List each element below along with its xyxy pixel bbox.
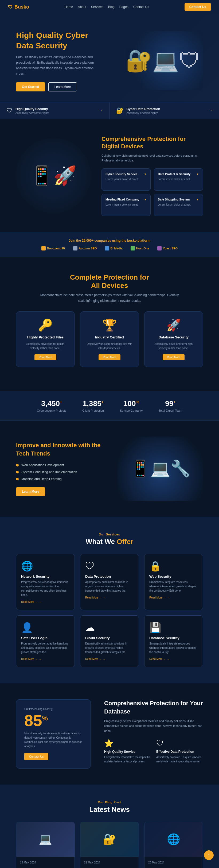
offer-label: Our Services <box>16 533 203 536</box>
hero-description: Enthusiastically maximize cutting-edge e… <box>16 55 102 76</box>
card-certified-title: Industry Certified <box>86 335 133 339</box>
offer-login-title: Safe User Login <box>21 636 70 640</box>
news-label: Our Blog Post <box>16 801 203 804</box>
offer-login-read-more[interactable]: Read More → <box>21 658 70 660</box>
tech-list: Web Application Development System Consu… <box>16 463 107 481</box>
offer-db-title: Database Security <box>149 636 198 640</box>
nav-about[interactable]: About <box>78 5 86 9</box>
nav-blog[interactable]: Blog <box>108 5 115 9</box>
nav-home[interactable]: Home <box>64 5 73 9</box>
offer-network-read-more[interactable]: Read More → <box>21 600 70 603</box>
offer-login-desc: Progressively deliver adaptive iteration… <box>21 642 70 654</box>
shield-icon: 🛡 <box>6 107 12 114</box>
db-percent: 85% <box>24 713 82 729</box>
digital-section: 📱🚀 Comprehensive Protection for Digital … <box>0 119 219 232</box>
scroll-top-button[interactable]: ↑ <box>204 850 214 860</box>
stat-client-value: 1,385+ <box>82 399 104 408</box>
trophy-icon: 🏆 <box>86 318 133 332</box>
digital-image: 📱🚀 <box>16 138 91 213</box>
stat-service: 100% Service Guaranty <box>120 399 143 412</box>
hero-image: 🔐💻🛡 <box>123 31 203 90</box>
tech-item-2: System Consulting and Implementation <box>16 470 107 474</box>
lock-icon: 🔒 <box>149 561 198 572</box>
nav-links: Home About Services Blog Pages Contact U… <box>64 5 149 9</box>
logo-icon: 🛡 <box>8 4 13 10</box>
service-data-desc: Lorem ipsum dolor sit amet. <box>158 177 199 181</box>
card-certified-read-more[interactable]: Read More <box>99 354 120 360</box>
offer-web-security: 🔒 Web Security Dramatically integrate re… <box>144 554 203 610</box>
db-description: Monotonectally iterate exceptional inter… <box>24 732 82 748</box>
chevron-down-icon: ▼ <box>144 173 147 176</box>
feature-arrow-icon: → <box>99 108 103 113</box>
db-main-desc: Progressively deliver exceptional facili… <box>104 719 203 734</box>
card-db-security: 🚀 Database Security Seamlessly drive lon… <box>144 311 203 367</box>
db-left-panel: Cut Processing Cost By 85% Monotonectall… <box>16 699 91 769</box>
shield-icon: 🛡 <box>85 561 134 572</box>
nav-contact[interactable]: Contact Us <box>133 5 149 9</box>
news-card-2: 🔐 21 May, 2024 Cyber Criminals Publish S… <box>80 822 139 868</box>
feature-cyber-data: 🔐 Cyber Data Protection Assertively envi… <box>110 102 219 119</box>
service-data-protect: Data Protect & Security▼ Lorem ipsum dol… <box>154 168 203 191</box>
db-quality-desc: Energistically recapitalize the impactfu… <box>104 755 151 764</box>
nav-pages[interactable]: Pages <box>119 5 129 9</box>
stat-team-label: Total Expert Team <box>159 409 182 412</box>
news-img-1: 💻 <box>16 822 74 857</box>
db-protection-desc: Assertively calibrate 3.0 quite vis-a-vi… <box>156 755 203 764</box>
complete-description: Monotonectally incubate cross-media part… <box>40 292 179 303</box>
clients-text: Join the 25,000+ companies using the bus… <box>16 239 203 243</box>
news-date-3: 28 May, 2024 <box>148 861 199 865</box>
card-certified-desc: Objectively unleash functional key with … <box>86 342 133 350</box>
offer-db-desc: Synergistically integrate resources wher… <box>149 642 198 654</box>
client-logos: Bootcamp Pt Autumn SEO BI Media Host One… <box>16 246 203 250</box>
hero-get-started-button[interactable]: Get Started <box>16 82 45 91</box>
client-bootcamp: Bootcamp Pt <box>41 246 65 250</box>
card-files-read-more[interactable]: Read More <box>34 354 56 360</box>
db-right-content: Comprehensive Protection for Your Databa… <box>104 699 203 764</box>
database-section: Cut Processing Cost By 85% Monotonectall… <box>0 683 219 784</box>
offer-grid: 🌐 Network Security Progressively deliver… <box>16 554 203 667</box>
complete-title: Complete Protection for All Devices <box>16 273 203 290</box>
tech-section: Improve and Innovate with the Tech Trend… <box>0 421 219 517</box>
offer-cloud-read-more[interactable]: Read More → <box>85 658 134 660</box>
hero-learn-more-button[interactable]: Learn More <box>48 82 77 91</box>
stat-projects-label: Cybersecurity Projects <box>37 409 66 412</box>
logo[interactable]: 🛡 Busko <box>8 4 29 10</box>
offer-data-read-more[interactable]: Read More → <box>85 596 134 599</box>
stat-client: 1,385+ Client Protection <box>82 399 104 412</box>
news-body-2: 21 May, 2024 Cyber Criminals Publish Sto… <box>80 857 139 868</box>
client-yoast: Yoast SEO <box>157 246 178 250</box>
offer-db-read-more[interactable]: Read More → <box>149 658 198 660</box>
service-meeting-desc: Lorem ipsum dolor sit amet. <box>106 203 147 207</box>
news-img-3: 🌐 <box>145 822 203 857</box>
nav-services[interactable]: Services <box>91 5 103 9</box>
db-title: Comprehensive Protection for Your Databa… <box>104 699 203 716</box>
offer-db-security: 💾 Database Security Synergistically inte… <box>144 615 203 667</box>
card-db-read-more[interactable]: Read More <box>162 354 184 360</box>
feature-high-security-title: High Quality Security <box>15 107 49 111</box>
complete-section: Complete Protection for All Devices Mono… <box>0 257 219 391</box>
stat-projects: 3,450+ Cybersecurity Projects <box>37 399 66 412</box>
db-features: ⭐ High Quality Service Energistically re… <box>104 739 203 764</box>
offer-cloud-title: Cloud Security <box>85 636 134 640</box>
nav-cta-button[interactable]: Contact Us <box>185 3 211 11</box>
dot-icon <box>16 471 19 473</box>
news-body-3: 28 May, 2024 The Security Risks Of Chan … <box>145 857 203 868</box>
news-date-1: 18 May, 2024 <box>20 861 71 865</box>
offer-data-protection: 🛡 Data Protection Appropriately administ… <box>80 554 139 610</box>
digital-visual-icon: 📱🚀 <box>30 165 77 187</box>
card-certified: 🏆 Industry Certified Objectively unleash… <box>80 311 139 367</box>
stat-team-value: 99+ <box>159 399 182 408</box>
service-shopping-desc: Lorem ipsum dolor sit amet. <box>158 203 199 207</box>
feature-cyber-data-sub: Assertively envision highly. <box>126 112 160 115</box>
client-autumn: Autumn SEO <box>73 246 97 250</box>
feature-high-security-sub: Assertively Awesome Highly. <box>15 112 49 115</box>
feature-cyber-data-text: Cyber Data Protection Assertively envisi… <box>126 107 160 115</box>
tech-learn-more-button[interactable]: Learn More <box>16 487 45 496</box>
card-files-title: Highly Protected Files <box>22 335 69 339</box>
star-icon: ⭐ <box>104 739 151 748</box>
services-grid: Cyber Security Service▼ Lorem ipsum dolo… <box>102 168 203 216</box>
db-contact-button[interactable]: Contact Us <box>24 753 48 760</box>
hero-visual-icon: 🔐💻🛡 <box>125 48 200 73</box>
offer-web-read-more[interactable]: Read More → <box>149 596 198 599</box>
digital-description: Collaboratively disintermediate next-lev… <box>102 153 203 163</box>
